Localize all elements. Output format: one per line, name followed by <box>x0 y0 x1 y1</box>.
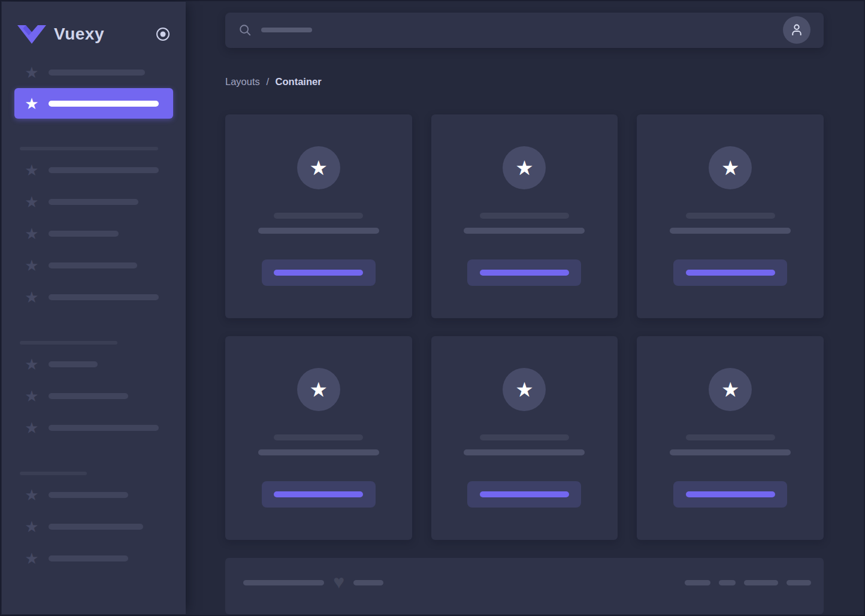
card: ★ <box>225 114 412 318</box>
footer-link-skeleton <box>685 580 710 585</box>
footer-link-skeleton <box>719 580 736 585</box>
sidebar-item[interactable]: ★ <box>2 348 186 380</box>
card-action-button[interactable] <box>673 259 787 286</box>
card-avatar-circle: ★ <box>709 368 752 411</box>
sidebar-item-label-skeleton <box>49 294 159 300</box>
card-title-skeleton <box>480 213 569 219</box>
card-title-skeleton <box>274 434 363 440</box>
logo-row: Vuexy <box>17 23 170 46</box>
card-grid: ★★★★★★ <box>225 114 824 540</box>
card-action-button[interactable] <box>467 481 581 508</box>
menu-pin-radio-icon[interactable] <box>156 27 170 41</box>
card-avatar-circle: ★ <box>297 368 340 411</box>
button-label-skeleton <box>274 491 363 497</box>
card-title-skeleton <box>686 213 775 219</box>
star-icon: ★ <box>24 226 40 241</box>
vuexy-logo-icon <box>17 25 46 44</box>
sidebar: Vuexy ★★★★★★★★★★★★★ <box>2 2 186 614</box>
sidebar-item-label-skeleton <box>49 199 138 205</box>
star-icon: ★ <box>24 551 40 566</box>
footer-right-group <box>685 580 811 586</box>
card: ★ <box>431 114 618 318</box>
card-avatar-circle: ★ <box>503 146 546 189</box>
star-icon: ★ <box>24 420 40 436</box>
card: ★ <box>431 336 618 540</box>
breadcrumb-parent[interactable]: Layouts <box>225 76 260 87</box>
button-label-skeleton <box>686 270 775 276</box>
star-icon: ★ <box>24 519 40 535</box>
star-icon: ★ <box>24 65 40 80</box>
sidebar-section-header-skeleton <box>20 341 117 345</box>
card-action-button[interactable] <box>467 259 581 286</box>
bottom-panel: ♥ <box>225 558 824 614</box>
star-icon: ★ <box>24 487 40 503</box>
card: ★ <box>637 114 824 318</box>
sidebar-item-label-skeleton <box>49 70 145 76</box>
sidebar-item-label-skeleton <box>49 555 128 561</box>
sidebar-item-label-skeleton <box>49 425 159 431</box>
star-icon: ★ <box>24 289 40 305</box>
sidebar-item[interactable]: ★ <box>2 380 186 412</box>
card-subtitle-skeleton <box>670 228 791 234</box>
button-label-skeleton <box>686 491 775 497</box>
breadcrumb-separator: / <box>266 76 269 87</box>
card-avatar-circle: ★ <box>503 368 546 411</box>
card-action-button[interactable] <box>262 481 376 508</box>
main-content: Layouts / Container ★★★★★★ ♥ <box>186 2 863 614</box>
card-avatar-circle: ★ <box>709 146 752 189</box>
star-icon: ★ <box>721 158 739 178</box>
sidebar-item[interactable]: ★ <box>2 56 186 88</box>
sidebar-item[interactable]: ★ <box>2 218 186 249</box>
card-avatar-circle: ★ <box>297 146 340 189</box>
card-subtitle-skeleton <box>464 449 585 455</box>
card-title-skeleton <box>480 434 569 440</box>
star-icon: ★ <box>24 357 40 372</box>
sidebar-item[interactable]: ★ <box>2 542 186 574</box>
breadcrumb-current: Container <box>276 76 322 87</box>
card: ★ <box>637 336 824 540</box>
sidebar-item[interactable]: ★ <box>2 249 186 281</box>
heart-icon: ♥ <box>333 579 344 585</box>
card-subtitle-skeleton <box>670 449 791 455</box>
sidebar-item-label-skeleton <box>49 167 159 173</box>
card-subtitle-skeleton <box>258 449 379 455</box>
footer-left-group: ♥ <box>243 580 383 586</box>
card: ★ <box>225 336 412 540</box>
sidebar-item[interactable]: ★ <box>2 281 186 313</box>
star-icon: ★ <box>515 158 533 178</box>
card-action-button[interactable] <box>673 481 787 508</box>
sidebar-item[interactable]: ★ <box>2 154 186 186</box>
sidebar-item[interactable]: ★ <box>2 412 186 443</box>
footer-text-skeleton <box>243 580 324 585</box>
sidebar-item-label-skeleton <box>49 361 98 367</box>
card-action-button[interactable] <box>262 259 376 286</box>
person-icon <box>789 22 804 38</box>
sidebar-item[interactable]: ★ <box>2 479 186 511</box>
footer-link-skeleton <box>744 580 778 585</box>
star-icon: ★ <box>721 379 739 400</box>
sidebar-item-label-skeleton <box>49 524 143 530</box>
sidebar-item-label-skeleton <box>49 393 128 399</box>
sidebar-item-active[interactable]: ★ <box>14 88 173 119</box>
sidebar-section-header-skeleton <box>20 147 158 150</box>
card-title-skeleton <box>686 434 775 440</box>
button-label-skeleton <box>480 491 569 497</box>
app-title: Vuexy <box>54 25 104 44</box>
search-icon <box>238 23 252 37</box>
user-avatar[interactable] <box>783 16 810 44</box>
button-label-skeleton <box>274 270 363 276</box>
star-icon: ★ <box>24 258 40 273</box>
sidebar-item-label-skeleton <box>49 101 159 107</box>
sidebar-item[interactable]: ★ <box>2 186 186 218</box>
sidebar-item-label-skeleton <box>49 492 128 498</box>
card-title-skeleton <box>274 213 363 219</box>
star-icon: ★ <box>24 96 40 111</box>
star-icon: ★ <box>515 379 533 400</box>
app-frame: Vuexy ★★★★★★★★★★★★★ <box>0 0 865 616</box>
sidebar-item[interactable]: ★ <box>2 511 186 542</box>
star-icon: ★ <box>310 158 328 178</box>
search-bar[interactable] <box>225 13 824 48</box>
card-subtitle-skeleton <box>258 228 379 234</box>
star-icon: ★ <box>310 379 328 400</box>
sidebar-nav: ★★★★★★★★★★★★★ <box>2 56 186 574</box>
